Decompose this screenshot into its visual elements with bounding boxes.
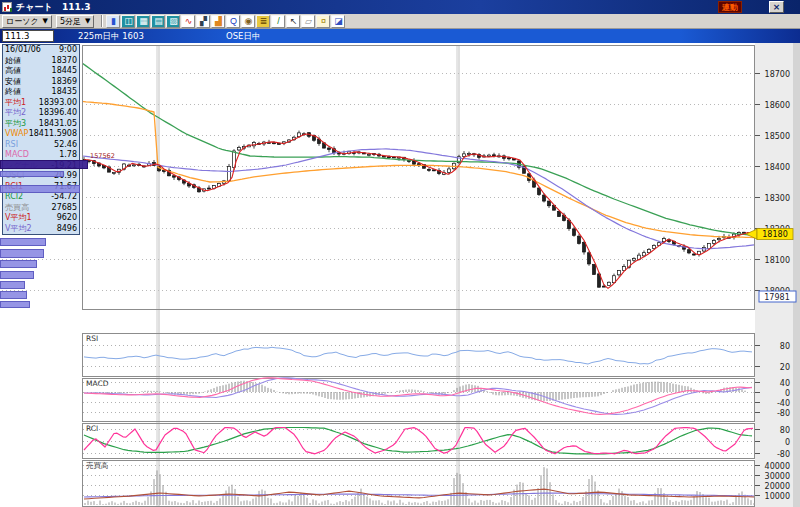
- linked-badge[interactable]: 連動: [718, 1, 742, 13]
- volume-profile-bar: [0, 301, 30, 308]
- zoom-icon[interactable]: Q: [226, 15, 240, 28]
- data-panel-value: 9:00: [59, 45, 77, 56]
- quote-data-panel: 16/01/069:00始値18370高値18445安値18369終値18435…: [2, 44, 80, 235]
- volume-profile-bar: [0, 185, 80, 193]
- volume-profile-bar: [0, 238, 46, 246]
- current-price-badge: 18180: [762, 230, 787, 239]
- window-title: チャート: [16, 0, 53, 14]
- svg-text:-40: -40: [777, 399, 790, 408]
- chart-area[interactable]: 1870018600185001840018300182001810018000…: [0, 43, 800, 507]
- data-panel-row: 始値18370: [3, 56, 79, 67]
- toolbar-separator: [101, 15, 103, 27]
- volume-profile-bar: [0, 249, 44, 258]
- volume-profile-bar: [0, 291, 27, 299]
- data-panel-label: 平均3: [5, 119, 26, 130]
- svg-text:30000: 30000: [765, 472, 790, 481]
- multi-chart-icon[interactable]: ▤: [151, 15, 165, 28]
- data-panel-value: 18411.5908: [29, 129, 77, 140]
- data-panel-row: 平均318431.05: [3, 119, 79, 130]
- close-button[interactable]: ×: [769, 1, 784, 13]
- bar-chart-icon[interactable]: ◫: [121, 15, 135, 28]
- volume-display-icon[interactable]: ≣: [256, 15, 270, 28]
- svg-text:18300: 18300: [765, 194, 790, 203]
- data-panel-label: MACD: [5, 150, 29, 161]
- point-figure-icon[interactable]: ▨: [166, 15, 180, 28]
- svg-text:18100: 18100: [765, 256, 790, 265]
- data-panel-label: RCI2: [5, 192, 23, 203]
- data-panel-row: V平均28496: [3, 224, 79, 235]
- symbol-input[interactable]: [2, 30, 54, 42]
- data-panel-value: 18445: [52, 66, 77, 77]
- svg-text:-80: -80: [777, 450, 790, 459]
- chevron-down-icon: ▼: [43, 17, 48, 25]
- data-panel-label: 高値: [5, 66, 21, 77]
- data-panel-value: 18393.00: [39, 98, 77, 109]
- draw-line-icon[interactable]: /: [271, 15, 285, 28]
- svg-text:80: 80: [780, 426, 790, 435]
- data-panel-value: 18369: [52, 77, 77, 88]
- svg-text:18600: 18600: [765, 101, 790, 110]
- svg-text:-80: -80: [777, 409, 790, 418]
- svg-text:10000: 10000: [765, 492, 790, 501]
- chart-canvas[interactable]: 1870018600185001840018300182001810018000…: [0, 43, 800, 507]
- 3d-chart-icon[interactable]: ▦: [136, 15, 150, 28]
- data-panel-row: 高値18445: [3, 66, 79, 77]
- svg-text:20000: 20000: [765, 482, 790, 491]
- panel-label-RSI: RSI: [86, 334, 98, 343]
- data-panel-value: 8496: [57, 224, 77, 235]
- data-panel-label: 終値: [5, 87, 21, 98]
- compare-chart-icon[interactable]: ▟: [211, 15, 225, 28]
- instrument-label: 225m日中 1603: [78, 30, 144, 42]
- svg-text:18700: 18700: [765, 70, 790, 79]
- data-panel-label: V平均1: [5, 213, 32, 224]
- data-panel-label: 始値: [5, 56, 21, 67]
- clear-draw-icon[interactable]: ◪: [331, 15, 345, 28]
- data-panel-row: MACD1.78: [3, 150, 79, 161]
- data-panel-label: V平均2: [5, 224, 32, 235]
- volume-profile-bar: [0, 271, 34, 279]
- volume-profile-bar: [0, 281, 25, 289]
- market-label: OSE日中: [226, 30, 260, 42]
- data-panel-row: V平均19620: [3, 213, 79, 224]
- data-panel-label: 平均1: [5, 98, 26, 109]
- eraser-icon[interactable]: ▱: [301, 15, 315, 28]
- cursor-icon[interactable]: ↖: [286, 15, 300, 28]
- indicator-settings-icon[interactable]: ◉: [241, 15, 255, 28]
- data-panel-label: 平均2: [5, 108, 26, 119]
- app-icon: [2, 2, 12, 12]
- svg-text:40000: 40000: [765, 462, 790, 471]
- data-panel-row: 安値18369: [3, 77, 79, 88]
- toolbar: ローソク ▼ 5分足 ▼ ▮◫▦▤▨∿▞▟Q◉≣/↖▱¤◪: [0, 14, 800, 29]
- data-panel-row: 16/01/069:00: [3, 45, 79, 56]
- candle-chart-icon[interactable]: ▮: [106, 15, 120, 28]
- svg-text:80: 80: [780, 342, 790, 351]
- data-panel-label: 安値: [5, 77, 21, 88]
- window-title-value: 111.3: [62, 0, 90, 14]
- timeframe-dropdown[interactable]: 5分足 ▼: [56, 15, 94, 28]
- data-panel-label: RSI: [5, 140, 18, 151]
- data-panel-value: 9620: [57, 213, 77, 224]
- chart-type-dropdown[interactable]: ローソク ▼: [2, 15, 52, 28]
- svg-text:0: 0: [785, 438, 790, 447]
- symbol-info-bar: 225m日中 1603 OSE日中: [0, 29, 800, 43]
- session-low-badge: 17981: [764, 293, 789, 302]
- volume-profile-bar: [0, 260, 37, 268]
- search-key-icon[interactable]: ¤: [316, 15, 330, 28]
- data-panel-row: 終値18435: [3, 87, 79, 98]
- data-panel-value: 1.78: [59, 150, 77, 161]
- data-panel-row: RSI52.46: [3, 140, 79, 151]
- toolbar-icon-group: ▮◫▦▤▨∿▞▟Q◉≣/↖▱¤◪: [106, 15, 346, 28]
- chevron-down-icon: ▼: [85, 17, 90, 25]
- data-panel-value: -54.72: [51, 192, 77, 203]
- data-panel-value: 18435: [52, 87, 77, 98]
- mountain-chart-icon[interactable]: ▞: [196, 15, 210, 28]
- data-panel-row: 平均218396.40: [3, 108, 79, 119]
- line-chart-icon[interactable]: ∿: [181, 15, 195, 28]
- title-bar[interactable]: チャート 111.3 連動 ×: [0, 0, 800, 14]
- svg-text:20: 20: [780, 363, 790, 372]
- volume-profile-bar: [0, 171, 64, 177]
- panel-label-RCI: RCI: [86, 424, 98, 433]
- panel-label-MACD: MACD: [86, 379, 109, 388]
- svg-text:18400: 18400: [765, 163, 790, 172]
- svg-text:0: 0: [785, 389, 790, 398]
